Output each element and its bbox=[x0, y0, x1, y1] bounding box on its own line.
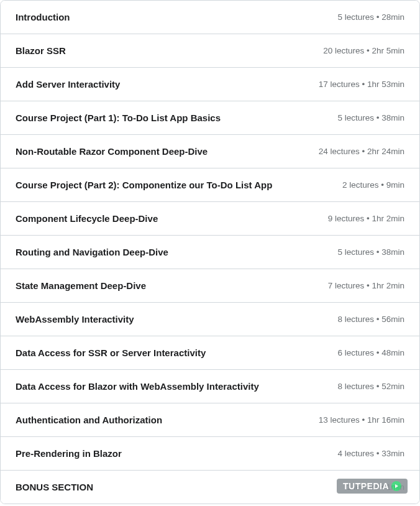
section-row[interactable]: Data Access for Blazor with WebAssembly … bbox=[1, 370, 419, 403]
section-row[interactable]: Component Lifecycle Deep-Dive 9 lectures… bbox=[1, 202, 419, 236]
section-row[interactable]: Pre-Rendering in Blazor 4 lectures • 33m… bbox=[1, 437, 419, 471]
section-meta: 20 lectures • 2hr 5min bbox=[323, 46, 404, 55]
section-title: Authentication and Authorization bbox=[16, 415, 319, 425]
section-meta: 9 lectures • 1hr 2min bbox=[328, 214, 404, 223]
section-row[interactable]: Course Project (Part 1): To-Do List App … bbox=[1, 101, 419, 135]
section-row[interactable]: Non-Routable Razor Component Deep-Dive 2… bbox=[1, 135, 419, 168]
section-title: Component Lifecycle Deep-Dive bbox=[16, 213, 328, 224]
section-row[interactable]: Data Access for SSR or Server Interactiv… bbox=[1, 336, 419, 370]
watermark-text: TUTPEDIA bbox=[343, 481, 389, 491]
section-row[interactable]: State Management Deep-Dive 7 lectures • … bbox=[1, 269, 419, 303]
section-title: Data Access for Blazor with WebAssembly … bbox=[16, 381, 337, 392]
section-meta: 7 lectures • 1hr 2min bbox=[328, 281, 404, 290]
watermark-badge: TUTPEDIA bbox=[337, 479, 408, 494]
section-title: Pre-Rendering in Blazor bbox=[16, 448, 337, 459]
section-title: Introduction bbox=[16, 12, 337, 22]
section-row[interactable]: Blazor SSR 20 lectures • 2hr 5min bbox=[1, 34, 419, 68]
section-meta: 17 lectures • 1hr 53min bbox=[319, 80, 404, 89]
section-row[interactable]: Add Server Interactivity 17 lectures • 1… bbox=[1, 68, 419, 101]
section-meta: 5 lectures • 28min bbox=[337, 12, 404, 22]
section-meta: 2 lectures • 9min bbox=[342, 180, 404, 190]
section-meta: 8 lectures • 56min bbox=[337, 315, 404, 324]
section-row[interactable]: Course Project (Part 2): Componentize ou… bbox=[1, 168, 419, 202]
section-row[interactable]: Authentication and Authorization 13 lect… bbox=[1, 403, 419, 437]
section-title: Data Access for SSR or Server Interactiv… bbox=[16, 347, 337, 358]
section-row[interactable]: Routing and Navigation Deep-Dive 5 lectu… bbox=[1, 236, 419, 269]
section-meta: 6 lectures • 48min bbox=[337, 348, 404, 357]
section-meta: 4 lectures • 33min bbox=[337, 449, 404, 458]
section-meta: 5 lectures • 38min bbox=[337, 113, 404, 122]
play-icon bbox=[391, 481, 401, 491]
section-title: Blazor SSR bbox=[16, 45, 323, 56]
section-meta: 13 lectures • 1hr 16min bbox=[319, 415, 404, 425]
section-title: Course Project (Part 2): Componentize ou… bbox=[16, 180, 342, 190]
section-meta: 8 lectures • 52min bbox=[337, 382, 404, 391]
section-title: State Management Deep-Dive bbox=[16, 280, 328, 291]
section-title: Non-Routable Razor Component Deep-Dive bbox=[16, 146, 319, 157]
section-title: Course Project (Part 1): To-Do List App … bbox=[16, 113, 337, 123]
section-meta: 5 lectures • 38min bbox=[337, 247, 404, 257]
course-sections-list: Introduction 5 lectures • 28min Blazor S… bbox=[0, 0, 420, 504]
section-title: Routing and Navigation Deep-Dive bbox=[16, 247, 337, 257]
section-title: BONUS SECTION bbox=[16, 482, 347, 492]
section-row[interactable]: WebAssembly Interactivity 8 lectures • 5… bbox=[1, 303, 419, 336]
section-meta: 24 lectures • 2hr 24min bbox=[319, 147, 404, 156]
section-title: WebAssembly Interactivity bbox=[16, 314, 337, 324]
section-title: Add Server Interactivity bbox=[16, 79, 319, 90]
section-row[interactable]: Introduction 5 lectures • 28min bbox=[1, 1, 419, 34]
